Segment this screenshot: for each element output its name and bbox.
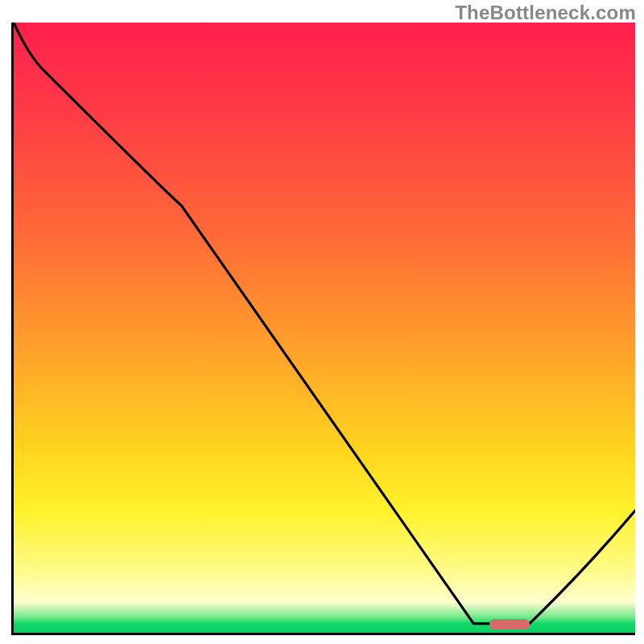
- curve-layer: [14, 23, 635, 633]
- watermark-text: TheBottleneck.com: [455, 2, 636, 24]
- chart-container: TheBottleneck.com: [0, 0, 644, 644]
- optimal-range-marker: [489, 619, 530, 630]
- bottleneck-curve: [14, 23, 635, 624]
- plot-area: [11, 23, 635, 635]
